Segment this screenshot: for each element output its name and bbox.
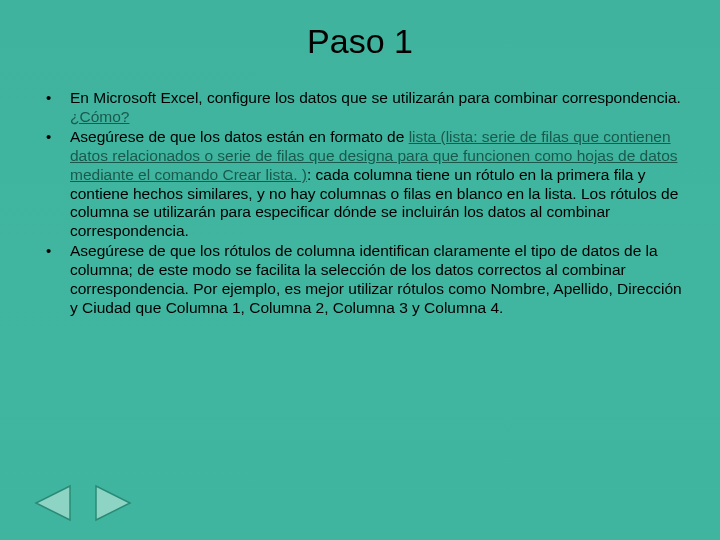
slide-content: En Microsoft Excel, configure los datos … [0, 89, 720, 318]
svg-marker-1 [96, 486, 130, 520]
prev-arrow-button[interactable] [30, 480, 76, 526]
slide-title: Paso 1 [0, 0, 720, 89]
nav-arrows [30, 480, 136, 526]
bullet-text: Asegúrese de que los datos están en form… [70, 128, 409, 145]
bullet-text: En Microsoft Excel, configure los datos … [70, 89, 681, 106]
list-item: Asegúrese de que los datos están en form… [38, 128, 682, 241]
bullet-text: Asegúrese de que los rótulos de columna … [70, 242, 682, 316]
bullet-list: En Microsoft Excel, configure los datos … [38, 89, 682, 318]
list-item: Asegúrese de que los rótulos de columna … [38, 242, 682, 318]
svg-marker-0 [36, 486, 70, 520]
arrow-left-icon [30, 480, 76, 526]
arrow-right-icon [90, 480, 136, 526]
list-item: En Microsoft Excel, configure los datos … [38, 89, 682, 127]
next-arrow-button[interactable] [90, 480, 136, 526]
how-link[interactable]: ¿Cómo? [70, 108, 129, 125]
